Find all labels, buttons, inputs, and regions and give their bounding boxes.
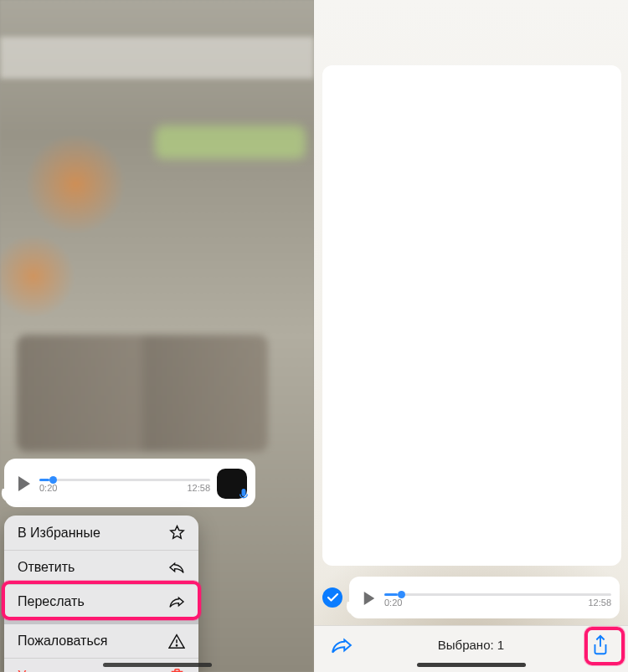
bubble-tail	[342, 602, 361, 615]
forward-icon	[168, 595, 185, 608]
blurred-nav-bar	[0, 37, 314, 79]
forward-icon[interactable]	[327, 631, 356, 659]
selected-message-row[interactable]: 0:20 12:58	[322, 576, 620, 619]
blurred-message-bubble	[155, 126, 306, 159]
menu-item-forward[interactable]: Переслать	[4, 585, 198, 619]
menu-label: В Избранные	[18, 526, 100, 541]
menu-label: Удалить	[18, 669, 69, 673]
sender-avatar	[217, 469, 247, 499]
warning-icon	[168, 634, 185, 649]
share-icon[interactable]	[586, 631, 615, 659]
screenshot-left: 18:56 0:20 12:58	[0, 0, 314, 672]
selection-checkmark-icon[interactable]	[322, 587, 342, 608]
menu-label: Пожаловаться	[18, 634, 107, 649]
menu-item-reply[interactable]: Ответить	[4, 551, 198, 585]
elapsed-time: 0:20	[39, 483, 57, 493]
voice-message-bubble[interactable]: 0:20 12:58	[349, 577, 620, 618]
total-time: 12:58	[187, 483, 210, 493]
menu-item-favorites[interactable]: В Избранные	[4, 516, 198, 551]
blurred-photo-message	[17, 335, 268, 452]
star-icon	[168, 525, 185, 541]
redacted-chat-area	[322, 65, 621, 566]
selected-count-label: Выбрано: 1	[438, 638, 504, 652]
elapsed-time: 0:20	[384, 598, 402, 608]
home-indicator	[417, 663, 526, 667]
menu-label: Переслать	[18, 594, 85, 609]
voice-message-bubble[interactable]: 0:20 12:58	[4, 459, 255, 507]
menu-item-report[interactable]: Пожаловаться	[4, 624, 198, 659]
play-button[interactable]	[13, 472, 36, 495]
audio-track[interactable]: 0:20 12:58	[384, 587, 611, 610]
total-time: 12:58	[588, 598, 611, 608]
home-indicator	[103, 663, 212, 667]
menu-label: Ответить	[18, 560, 75, 575]
screenshot-right: 18:57 Отменить	[314, 0, 628, 672]
reply-icon	[168, 561, 185, 574]
trash-icon	[168, 668, 185, 672]
play-button[interactable]	[358, 587, 381, 610]
message-context-menu: В Избранные Ответить Переслать Пожаловат…	[4, 516, 198, 672]
audio-track[interactable]: 0:20 12:58	[39, 472, 210, 495]
svg-point-8	[176, 645, 177, 646]
